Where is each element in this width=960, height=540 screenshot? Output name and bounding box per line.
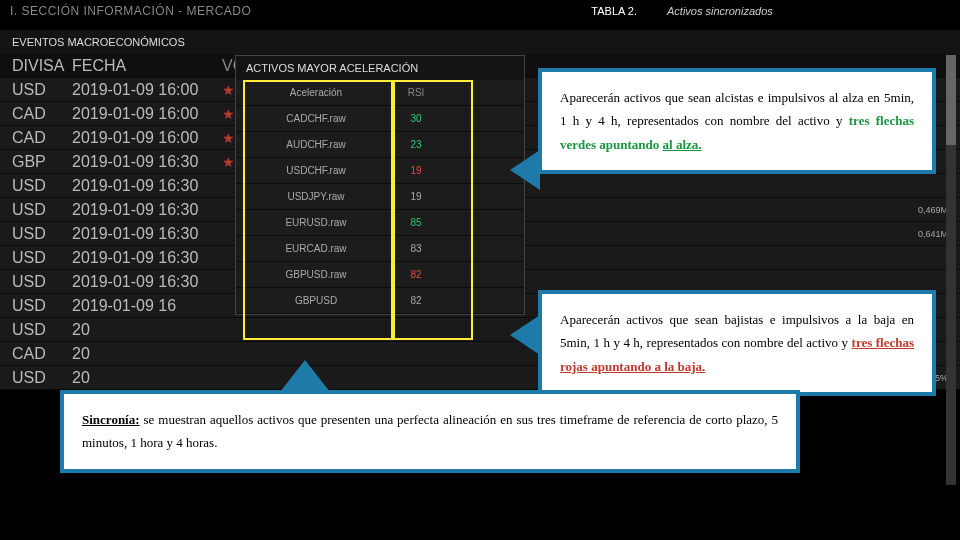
col-divisa: DIVISA: [12, 57, 52, 75]
col-fecha: FECHA: [72, 57, 202, 75]
accel-col-rsi: RSI: [386, 87, 446, 98]
accel-row: CADCHF.raw30: [236, 106, 524, 132]
arrow-1: [510, 150, 540, 190]
callout-alcistas: Aparecerán activos que sean alcistas e i…: [538, 68, 936, 174]
accel-header: Aceleración RSI: [236, 80, 524, 106]
arrow-3: [280, 360, 330, 392]
accel-body: CADCHF.raw30AUDCHF.raw23USDCHF.raw19USDJ…: [236, 106, 524, 314]
accel-row: EURCAD.raw83: [236, 236, 524, 262]
callout-sincronia: Sincronía: se muestran aquellos activos …: [60, 390, 800, 473]
arrow-2: [510, 315, 540, 355]
accel-row: USDJPY.raw19: [236, 184, 524, 210]
accel-panel: ACTIVOS MAYOR ACELERACIÓN Aceleración RS…: [235, 55, 525, 315]
accel-col-name: Aceleración: [246, 87, 386, 98]
scroll-thumb[interactable]: [946, 55, 956, 145]
header-table: TABLA 2.: [591, 5, 637, 17]
header: I. SECCIÓN INFORMACIÓN - MERCADO TABLA 2…: [0, 0, 960, 30]
sincronia-label: Sincronía:: [82, 412, 140, 427]
scrollbar[interactable]: [946, 55, 956, 485]
accel-row: USDCHF.raw19: [236, 158, 524, 184]
header-section: I. SECCIÓN INFORMACIÓN - MERCADO: [10, 4, 251, 18]
accel-row: GBPUSD82: [236, 288, 524, 314]
accel-row: GBPUSD.raw82: [236, 262, 524, 288]
callout-bajistas: Aparecerán activos que sean bajistas e i…: [538, 290, 936, 396]
panel-title: EVENTOS MACROECONÓMICOS: [0, 30, 960, 54]
accel-title: ACTIVOS MAYOR ACELERACIÓN: [236, 56, 524, 80]
accel-row: EURUSD.raw85: [236, 210, 524, 236]
accel-row: AUDCHF.raw23: [236, 132, 524, 158]
header-subtitle: Activos sincronizados: [667, 5, 773, 17]
green-phrase-2: al alza.: [663, 137, 702, 152]
